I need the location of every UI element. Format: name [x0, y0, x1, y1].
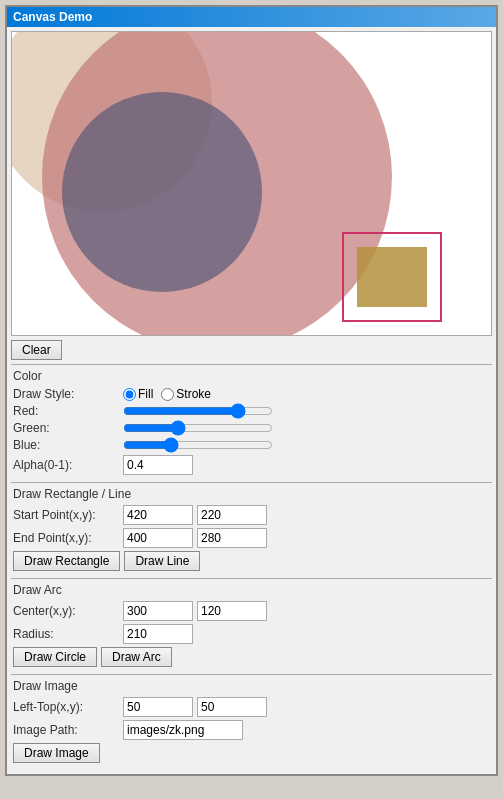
- center-x-input[interactable]: [123, 601, 193, 621]
- red-slider[interactable]: [123, 404, 273, 418]
- radius-label: Radius:: [13, 627, 123, 641]
- color-section-title: Color: [13, 369, 490, 383]
- draw-rectangle-button[interactable]: Draw Rectangle: [13, 551, 120, 571]
- fill-label: Fill: [138, 387, 153, 401]
- start-point-label: Start Point(x,y):: [13, 508, 123, 522]
- center-inputs: [123, 601, 490, 621]
- end-y-input[interactable]: [197, 528, 267, 548]
- arc-buttons-row: Draw Circle Draw Arc: [13, 647, 490, 667]
- radius-row: Radius:: [13, 624, 490, 644]
- image-button-row: Draw Image: [13, 743, 490, 763]
- draw-style-group: Fill Stroke: [123, 387, 211, 401]
- blue-slider-container: [123, 438, 490, 452]
- blue-label: Blue:: [13, 438, 123, 452]
- image-path-input[interactable]: [123, 720, 243, 740]
- end-point-label: End Point(x,y):: [13, 531, 123, 545]
- center-row: Center(x,y):: [13, 601, 490, 621]
- rect-section: Draw Rectangle / Line Start Point(x,y): …: [11, 482, 492, 578]
- start-point-row: Start Point(x,y):: [13, 505, 490, 525]
- end-x-input[interactable]: [123, 528, 193, 548]
- path-row: Image Path:: [13, 720, 490, 740]
- green-slider-container: [123, 421, 490, 435]
- green-row: Green:: [13, 421, 490, 435]
- alpha-row: Alpha(0-1):: [13, 455, 490, 475]
- stroke-label: Stroke: [176, 387, 211, 401]
- window-title: Canvas Demo: [13, 10, 92, 24]
- green-label: Green:: [13, 421, 123, 435]
- center-y-input[interactable]: [197, 601, 267, 621]
- image-section: Draw Image Left-Top(x,y): Image Path: Dr…: [11, 674, 492, 770]
- title-bar: Canvas Demo: [7, 7, 496, 27]
- blue-slider[interactable]: [123, 438, 273, 452]
- start-x-input[interactable]: [123, 505, 193, 525]
- rect-section-title: Draw Rectangle / Line: [13, 487, 490, 501]
- start-point-inputs: [123, 505, 490, 525]
- blue-row: Blue:: [13, 438, 490, 452]
- draw-arc-button[interactable]: Draw Arc: [101, 647, 172, 667]
- draw-style-label: Draw Style:: [13, 387, 123, 401]
- clear-button[interactable]: Clear: [11, 340, 62, 360]
- alpha-input[interactable]: [123, 455, 193, 475]
- red-label: Red:: [13, 404, 123, 418]
- arc-section-title: Draw Arc: [13, 583, 490, 597]
- red-row: Red:: [13, 404, 490, 418]
- lefttop-row: Left-Top(x,y):: [13, 697, 490, 717]
- fill-radio-label[interactable]: Fill: [123, 387, 153, 401]
- lt-x-input[interactable]: [123, 697, 193, 717]
- draw-circle-button[interactable]: Draw Circle: [13, 647, 97, 667]
- rect-buttons-row: Draw Rectangle Draw Line: [13, 551, 490, 571]
- gold-rect-shape: [357, 247, 427, 307]
- end-point-row: End Point(x,y):: [13, 528, 490, 548]
- stroke-radio-label[interactable]: Stroke: [161, 387, 211, 401]
- end-point-inputs: [123, 528, 490, 548]
- fill-radio[interactable]: [123, 388, 136, 401]
- alpha-label: Alpha(0-1):: [13, 458, 123, 472]
- radius-input[interactable]: [123, 624, 193, 644]
- draw-line-button[interactable]: Draw Line: [124, 551, 200, 571]
- stroke-radio[interactable]: [161, 388, 174, 401]
- green-slider[interactable]: [123, 421, 273, 435]
- center-label: Center(x,y):: [13, 604, 123, 618]
- color-section: Color Draw Style: Fill Stroke Red:: [11, 364, 492, 482]
- arc-section: Draw Arc Center(x,y): Radius: Draw Circl…: [11, 578, 492, 674]
- path-label: Image Path:: [13, 723, 123, 737]
- start-y-input[interactable]: [197, 505, 267, 525]
- content-area: Clear Color Draw Style: Fill Stroke: [7, 27, 496, 774]
- red-slider-container: [123, 404, 490, 418]
- lefttop-label: Left-Top(x,y):: [13, 700, 123, 714]
- image-section-title: Draw Image: [13, 679, 490, 693]
- canvas-area[interactable]: [11, 31, 492, 336]
- lt-y-input[interactable]: [197, 697, 267, 717]
- main-window: Canvas Demo Clear Color Draw Style: Fill: [5, 5, 498, 776]
- draw-style-row: Draw Style: Fill Stroke: [13, 387, 490, 401]
- draw-image-button[interactable]: Draw Image: [13, 743, 100, 763]
- dark-circle-shape: [62, 92, 262, 292]
- lefttop-inputs: [123, 697, 490, 717]
